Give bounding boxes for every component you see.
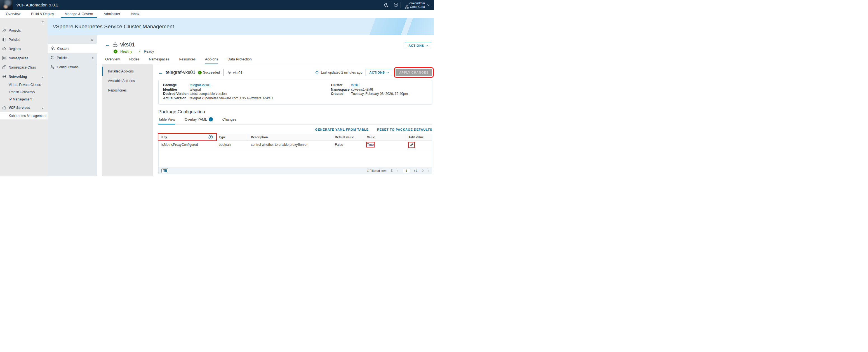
add-ons-sidebar: Installed Add-ons Available Add-ons Repo…	[102, 64, 153, 176]
sidebar-item-regions[interactable]: Regions	[0, 44, 48, 54]
column-header-type[interactable]: Type	[216, 134, 248, 140]
sidebar-item-transit-gateways[interactable]: Transit Gateways	[0, 88, 48, 96]
tab-overview[interactable]: Overview	[105, 57, 120, 64]
help-icon: ?	[394, 2, 398, 7]
column-settings-button[interactable]	[161, 168, 168, 173]
sidebar-item-cluster-policies[interactable]: Policies ›	[48, 53, 97, 62]
cluster-name: vks01	[120, 41, 135, 48]
column-header-value[interactable]: Value	[364, 134, 406, 140]
namespace-value: coke-ns1-j3k9f	[351, 88, 373, 92]
sidebar-item-repositories[interactable]: Repositories	[102, 86, 153, 95]
desired-version-label: Desired Version	[163, 92, 190, 96]
filtered-items-count: 1 Filtered item	[367, 169, 386, 172]
main-nav: Overview Build & Deploy Manage & Govern …	[0, 10, 434, 18]
panel-collapse-button[interactable]: «	[48, 35, 97, 43]
nav-item-manage-govern[interactable]: Manage & Govern	[61, 10, 96, 18]
package-config-table: Key Type Description Default value Value	[158, 134, 432, 174]
sidebar-item-installed-add-ons[interactable]: Installed Add-ons	[102, 67, 153, 76]
primary-sidebar: « Projects Policies Regions	[0, 18, 48, 176]
identifier-value: telegraf	[190, 88, 201, 92]
status-badge: ✓ Succeeded	[198, 70, 220, 75]
reset-defaults-link[interactable]: RESET TO PACKAGE DEFAULTS	[377, 128, 432, 131]
collapse-icon: «	[41, 20, 44, 24]
chevron-down-icon	[386, 71, 389, 73]
overlay-yaml-badge: 1	[209, 117, 213, 121]
dark-mode-toggle[interactable]	[381, 0, 391, 10]
help-button[interactable]: ?	[391, 0, 401, 10]
tab-namespaces[interactable]: Namespaces	[149, 57, 169, 64]
column-header-description[interactable]: Description	[248, 134, 332, 140]
nav-item-overview[interactable]: Overview	[2, 10, 24, 18]
add-on-actions-button[interactable]: ACTIONS	[366, 69, 392, 76]
sidebar-section-vcf-services[interactable]: VCF Services	[0, 103, 48, 112]
sidebar-item-clusters[interactable]: Clusters	[48, 44, 97, 53]
package-label: Package	[163, 83, 190, 88]
tab-resources[interactable]: Resources	[179, 57, 195, 64]
package-link[interactable]: telegraf-vks01	[190, 83, 211, 88]
identifier-label: Identifier	[163, 88, 190, 92]
cell-description: control whether to enable proxyServer	[248, 141, 332, 150]
collapse-icon: «	[91, 37, 93, 42]
tab-add-ons[interactable]: Add-ons	[205, 57, 218, 64]
tab-overlay-yaml[interactable]: Overlay YAML 1	[185, 117, 213, 124]
succeeded-check-icon: ✓	[198, 71, 202, 75]
cluster-link[interactable]: vks01	[351, 83, 360, 88]
sidebar-item-policies[interactable]: Policies	[0, 35, 48, 44]
sidebar-item-projects[interactable]: Projects	[0, 26, 48, 35]
sidebar-item-namespace-class[interactable]: Namespace Class	[0, 63, 48, 72]
sidebar-item-namespaces[interactable]: Namespaces	[0, 54, 48, 63]
page-banner: vSphere Kubernetes Service Cluster Manag…	[48, 18, 434, 35]
refresh-icon[interactable]	[315, 71, 319, 75]
add-on-detail: ← telegraf-vks01 ✓ Succeeded	[153, 64, 434, 176]
org-hierarchy-icon	[405, 5, 409, 9]
pagination: 1 / 1	[391, 168, 429, 173]
column-header-edit-value[interactable]: Edit Value	[406, 134, 432, 140]
generate-yaml-link[interactable]: GENERATE YAML FROM TABLE	[315, 128, 369, 131]
last-page-button[interactable]	[427, 169, 429, 172]
column-header-default-value[interactable]: Default value	[332, 134, 364, 140]
nav-item-administer[interactable]: Administer	[100, 10, 124, 18]
cluster-ref: vks01	[227, 70, 243, 75]
sidebar-item-ip-management[interactable]: IP Management	[0, 96, 48, 103]
edit-pencil-button[interactable]	[409, 143, 414, 147]
sidebar-item-kubernetes-management[interactable]: Kubernetes Management	[0, 112, 48, 119]
first-page-button[interactable]	[391, 169, 394, 172]
cluster-hexagon-icon	[113, 42, 118, 48]
apply-changes-button[interactable]: APPLY CHANGES	[396, 69, 432, 76]
last-updated: Last updated 2 minutes ago	[315, 70, 362, 75]
sidebar-item-virtual-private-clouds[interactable]: Virtual Private Clouds	[0, 81, 48, 88]
cell-default-value: False	[332, 141, 364, 150]
readiness-status: Ready	[144, 50, 154, 54]
sidebar-section-networking[interactable]: Networking	[0, 72, 48, 81]
sidebar-collapse-button[interactable]: «	[0, 18, 48, 26]
networking-globe-icon	[2, 75, 6, 79]
column-header-key[interactable]: Key	[159, 134, 216, 140]
back-arrow-icon[interactable]: ←	[158, 70, 163, 75]
nav-item-inbox[interactable]: Inbox	[127, 10, 143, 18]
cluster-actions-button[interactable]: ACTIONS	[405, 42, 431, 49]
sidebar-item-configurations[interactable]: Configurations	[48, 62, 97, 71]
next-page-button[interactable]	[422, 170, 423, 172]
nav-item-build-deploy[interactable]: Build & Deploy	[27, 10, 58, 18]
policies-icon	[2, 37, 6, 42]
table-row: isMetricProxyConfigured boolean control …	[159, 141, 432, 150]
vcf-services-icon	[2, 106, 6, 110]
chevron-down-icon	[427, 3, 430, 6]
tab-table-view[interactable]: Table View	[158, 117, 175, 124]
sidebar-item-available-add-ons[interactable]: Available Add-ons	[102, 76, 153, 86]
tab-data-protection[interactable]: Data Protection	[228, 57, 252, 64]
chevron-down-icon	[41, 75, 43, 78]
top-header-bar: VCF Automation 9.0.2 ? cokeadmin	[0, 0, 434, 10]
tab-nodes[interactable]: Nodes	[129, 57, 139, 64]
previous-page-button[interactable]	[397, 170, 399, 172]
current-page-input[interactable]: 1	[403, 168, 410, 173]
tab-changes[interactable]: Changes	[222, 117, 236, 124]
table-empty-space	[159, 150, 432, 167]
username: cokeadmin	[409, 1, 425, 5]
back-arrow-icon[interactable]: ←	[105, 42, 110, 47]
cluster-hexagon-icon	[227, 70, 231, 75]
user-menu[interactable]: cokeadmin Coca Cola	[401, 1, 434, 9]
cell-key: isMetricProxyConfigured	[159, 141, 216, 150]
filter-icon[interactable]	[208, 135, 213, 139]
healthy-check-icon: ✓	[114, 50, 118, 54]
